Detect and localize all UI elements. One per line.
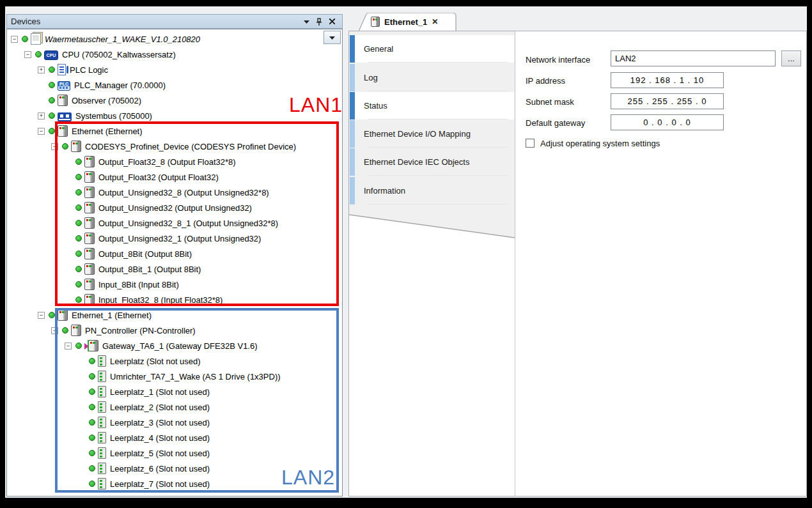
tree-item-label[interactable]: Output_Unsigned32_8 (Output Unsigned32*8…	[98, 188, 273, 197]
tree-item-label[interactable]: Leerplatz_1 (Slot not used)	[110, 387, 214, 397]
panel-close-icon[interactable]	[325, 16, 338, 27]
tree-row[interactable]: PLC_Manager (70.0000)	[8, 77, 328, 93]
tree-row[interactable]: Leerplatz_4 (Slot not used)	[8, 430, 328, 445]
tree-row[interactable]: −CPU (705002_Kaltwassersatz)	[8, 47, 328, 62]
tree-item-label[interactable]: Ethernet (Ethernet)	[72, 127, 146, 136]
ip-address-input[interactable]: 192 . 168 . 1 . 10	[611, 72, 724, 88]
tree-item-label[interactable]: Output_Unsigned32 (Output Unsigned32)	[98, 203, 256, 213]
side-tab-log[interactable]: Log	[350, 64, 514, 91]
side-tab-label: General	[364, 44, 393, 54]
tree-row[interactable]: −Gateway_TA6_1 (Gateway DFE32B V1.6)	[8, 338, 328, 353]
tree-row[interactable]: Output_Float32 (Output Float32)	[8, 169, 328, 185]
collapse-icon[interactable]: −	[24, 51, 31, 58]
slot-icon	[98, 401, 106, 413]
tree-item-label[interactable]: Systembus (705000)	[75, 111, 156, 121]
tree-item-label[interactable]: Leerplatz_6 (Slot not used)	[110, 464, 214, 473]
tree-item-label[interactable]: Output_Float32 (Output Float32)	[98, 173, 223, 182]
tree-row[interactable]: Leerplatz_3 (Slot not used)	[8, 415, 328, 430]
tree-row[interactable]: Input_8Bit (Input 8Bit)	[8, 277, 328, 292]
tree-item-label[interactable]: Output_8Bit (Output 8Bit)	[98, 249, 196, 259]
tree-row[interactable]: Observer (705002)	[8, 93, 328, 108]
document-tab-close-icon[interactable]: ✕	[432, 17, 438, 26]
tree-item-label[interactable]: Gateway_TA6_1 (Gateway DFE32B V1.6)	[102, 341, 262, 351]
tree-row[interactable]: Leerplatz_6 (Slot not used)	[8, 461, 328, 476]
plc-logic-icon	[58, 64, 66, 75]
collapse-icon[interactable]: −	[38, 312, 45, 319]
side-tab-ethernet-device-i-o-mapping[interactable]: Ethernet Device I/O Mapping	[350, 120, 514, 148]
tree-item-label[interactable]: PLC_Manager (70.0000)	[74, 81, 169, 90]
document-tab-ethernet-1[interactable]: Ethernet_1 ✕	[358, 13, 457, 31]
tree-row[interactable]: Output_Unsigned32_8 (Output Unsigned32*8…	[8, 185, 328, 200]
device-icon	[84, 156, 95, 167]
tree-item-label[interactable]: PLC Logic	[70, 65, 112, 75]
tree-item-label[interactable]: Output_Unsigned32_8_1 (Output Unsigned32…	[98, 219, 282, 228]
tree-row[interactable]: Output_Unsigned32_8_1 (Output Unsigned32…	[8, 215, 328, 231]
tree-row[interactable]: +PLC Logic	[8, 62, 328, 77]
collapse-icon[interactable]: −	[51, 327, 58, 334]
side-tab-label: Information	[364, 186, 405, 196]
status-ok-dot-icon	[49, 312, 55, 318]
tree-row[interactable]: Input_Float32_8 (Input Float32*8)	[8, 292, 328, 307]
default-gateway-input[interactable]: 0 . 0 . 0 . 0	[611, 114, 724, 130]
collapse-icon[interactable]: −	[51, 143, 58, 150]
slot-icon	[98, 371, 106, 382]
tree-item-label[interactable]: Input_8Bit (Input 8Bit)	[98, 280, 183, 289]
cpu-icon	[44, 50, 58, 60]
status-ok-dot-icon	[62, 327, 68, 334]
tree-row[interactable]: −Ethernet (Ethernet)	[8, 123, 328, 139]
device-icon	[84, 263, 95, 275]
tree-row[interactable]: Leerplatz (Slot not used)	[8, 353, 328, 369]
tree-row[interactable]: +Systembus (705000)	[8, 108, 328, 123]
tree-row[interactable]: −PN_Controller (PN-Controller)	[8, 323, 328, 338]
collapse-icon[interactable]: −	[65, 343, 72, 350]
tree-row[interactable]: Umrichter_TA7_1_Wake (AS 1 Drive (1x3PD)…	[8, 369, 328, 384]
panel-menu-chevron-down-icon[interactable]	[300, 16, 313, 27]
status-ok-dot-icon	[89, 404, 95, 410]
tree-item-label[interactable]: Leerplatz_2 (Slot not used)	[110, 403, 214, 412]
tree-row[interactable]: Output_8Bit_1 (Output 8Bit)	[8, 261, 328, 277]
tree-row[interactable]: Output_Unsigned32 (Output Unsigned32)	[8, 200, 328, 215]
tree-row[interactable]: Leerplatz_1 (Slot not used)	[8, 384, 328, 399]
tree-item-label[interactable]: Umrichter_TA7_1_Wake (AS 1 Drive (1x3PD)…	[110, 372, 285, 381]
side-tab-ethernet-device-iec-objects[interactable]: Ethernet Device IEC Objects	[350, 148, 514, 176]
tree-row[interactable]: Leerplatz_7 (Slot not used)	[8, 476, 328, 491]
tree-item-label[interactable]: Leerplatz_4 (Slot not used)	[110, 433, 214, 443]
tree-item-label[interactable]: Waermetauscher_1_WAKE_V1.0_210820	[45, 35, 204, 44]
network-interface-input[interactable]: LAN2	[611, 50, 776, 66]
tree-item-label[interactable]: PN_Controller (PN-Controller)	[85, 326, 199, 335]
tree-row[interactable]: −Ethernet_1 (Ethernet)	[8, 307, 328, 323]
side-tab-status[interactable]: Status	[350, 92, 514, 119]
status-ok-dot-icon	[75, 174, 82, 180]
tree-item-label[interactable]: Ethernet_1 (Ethernet)	[72, 311, 155, 320]
tree-item-label[interactable]: Observer (705002)	[72, 96, 145, 105]
tree-row[interactable]: Output_Unsigned32_1 (Output Unsigned32)	[8, 231, 328, 246]
network-interface-browse-button[interactable]: ...	[781, 50, 801, 66]
tree-item-label[interactable]: Output_8Bit_1 (Output 8Bit)	[98, 265, 205, 274]
panel-pin-icon[interactable]	[313, 16, 325, 27]
tree-row[interactable]: Leerplatz_5 (Slot not used)	[8, 445, 328, 461]
side-tab-information[interactable]: Information	[350, 177, 514, 204]
tree-item-label[interactable]: Leerplatz_7 (Slot not used)	[110, 479, 214, 489]
tree-item-label[interactable]: CODESYS_Profinet_Device (CODESYS Profine…	[85, 142, 300, 151]
expand-icon[interactable]: +	[38, 112, 45, 119]
side-tab-stripe	[350, 64, 355, 91]
tree-row[interactable]: −CODESYS_Profinet_Device (CODESYS Profin…	[8, 139, 328, 154]
expand-icon[interactable]: +	[38, 66, 45, 73]
status-ok-dot-icon	[89, 358, 95, 364]
adjust-os-settings-checkbox[interactable]	[526, 139, 535, 148]
collapse-icon[interactable]: −	[11, 36, 18, 43]
tree-item-label[interactable]: Leerplatz (Slot not used)	[110, 357, 205, 366]
tree-row[interactable]: Output_8Bit (Output 8Bit)	[8, 246, 328, 261]
tree-row[interactable]: −Waermetauscher_1_WAKE_V1.0_210820	[8, 31, 328, 47]
subnet-mask-input[interactable]: 255 . 255 . 255 . 0	[611, 93, 724, 109]
tree-item-label[interactable]: Output_Float32_8 (Output Float32*8)	[98, 157, 240, 167]
tree-item-label[interactable]: Leerplatz_3 (Slot not used)	[110, 418, 214, 427]
tree-item-label[interactable]: CPU (705002_Kaltwassersatz)	[62, 50, 180, 59]
tree-row[interactable]: Output_Float32_8 (Output Float32*8)	[8, 154, 328, 169]
side-tab-general[interactable]: General	[350, 35, 514, 63]
collapse-icon[interactable]: −	[38, 128, 45, 135]
tree-item-label[interactable]: Leerplatz_5 (Slot not used)	[110, 449, 214, 458]
tree-item-label[interactable]: Input_Float32_8 (Input Float32*8)	[98, 295, 226, 305]
tree-item-label[interactable]: Output_Unsigned32_1 (Output Unsigned32)	[98, 234, 265, 243]
tree-row[interactable]: Leerplatz_2 (Slot not used)	[8, 399, 328, 415]
